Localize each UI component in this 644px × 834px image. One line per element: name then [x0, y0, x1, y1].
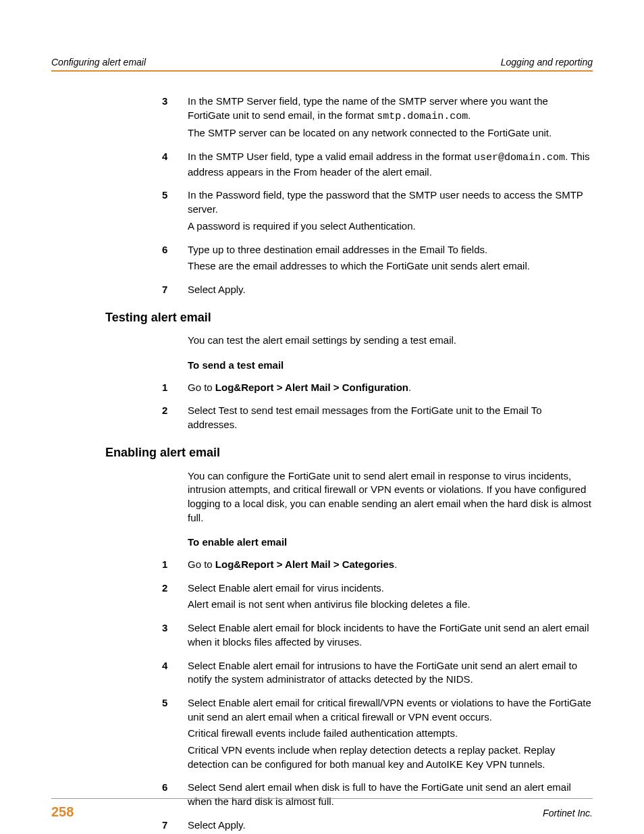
step-number: 4	[162, 659, 188, 687]
numbered-step: 2Select Enable alert email for virus inc…	[162, 581, 593, 612]
step-paragraph: Go to Log&Report > Alert Mail > Categori…	[188, 558, 593, 572]
step-paragraph: Type up to three destination email addre…	[188, 243, 593, 257]
step-paragraph: In the SMTP Server field, type the name …	[188, 95, 593, 124]
step-number: 2	[162, 581, 188, 612]
step-number: 3	[162, 621, 188, 649]
step-paragraph: Critical VPN events include when replay …	[188, 744, 593, 771]
code-text: smtp.domain.com	[377, 111, 468, 122]
procedure-heading-enable: To enable alert email	[188, 536, 593, 550]
step-paragraph: Select Enable alert email for virus inci…	[188, 581, 593, 596]
numbered-step: 4Select Enable alert email for intrusion…	[162, 659, 593, 687]
section-intro-enabling: You can configure the FortiGate unit to …	[188, 469, 593, 525]
footer-row: 258 Fortinet Inc.	[51, 804, 593, 820]
numbered-step: 5Select Enable alert email for critical …	[162, 696, 593, 771]
step-number: 7	[162, 283, 188, 297]
step-paragraph: The SMTP server can be located on any ne…	[188, 126, 593, 140]
step-paragraph: These are the email addresses to which t…	[188, 259, 593, 273]
numbered-step: 3Select Enable alert email for block inc…	[162, 621, 593, 649]
section-heading-testing: Testing alert email	[105, 309, 593, 326]
step-body: Select Test to send test email messages …	[188, 404, 593, 432]
step-number: 3	[162, 95, 188, 140]
step-paragraph: Select Enable alert email for block inci…	[188, 621, 593, 649]
page-footer: 258 Fortinet Inc.	[51, 798, 593, 820]
intro-text: You can test the alert email settings by…	[188, 334, 593, 348]
intro-text: You can configure the FortiGate unit to …	[188, 469, 593, 525]
step-list-testing: 1Go to Log&Report > Alert Mail > Configu…	[162, 381, 593, 432]
step-body: In the SMTP User field, type a valid ema…	[188, 150, 593, 179]
step-number: 7	[162, 818, 188, 833]
numbered-step: 7Select Apply.	[162, 283, 593, 297]
step-body: Select Apply.	[188, 818, 593, 833]
step-paragraph: Select Enable alert email for intrusions…	[188, 659, 593, 687]
step-body: Go to Log&Report > Alert Mail > Configur…	[188, 381, 593, 395]
numbered-step: 6Type up to three destination email addr…	[162, 243, 593, 273]
step-paragraph: In the SMTP User field, type a valid ema…	[188, 150, 593, 179]
footer-company: Fortinet Inc.	[543, 808, 593, 818]
numbered-step: 1Go to Log&Report > Alert Mail > Categor…	[162, 558, 593, 572]
code-text: user@domain.com	[474, 152, 565, 163]
step-paragraph: In the Password field, type the password…	[188, 188, 593, 216]
page: Configuring alert email Logging and repo…	[0, 0, 644, 832]
header-left: Configuring alert email	[51, 57, 146, 68]
step-body: Select Enable alert email for critical f…	[188, 696, 593, 771]
numbered-step: 2Select Test to send test email messages…	[162, 404, 593, 432]
bold-text: Log&Report > Alert Mail > Configuration	[215, 382, 408, 393]
step-number: 5	[162, 188, 188, 233]
step-body: In the Password field, type the password…	[188, 188, 593, 233]
step-body: Select Enable alert email for block inci…	[188, 621, 593, 649]
procedure-heading-test: To send a test email	[188, 359, 593, 373]
step-body: Select Enable alert email for intrusions…	[188, 659, 593, 687]
page-content: 3In the SMTP Server field, type the name…	[51, 95, 593, 832]
footer-rule	[51, 798, 593, 799]
numbered-step: 3In the SMTP Server field, type the name…	[162, 95, 593, 140]
step-number: 1	[162, 558, 188, 572]
numbered-step: 4In the SMTP User field, type a valid em…	[162, 150, 593, 179]
step-number: 6	[162, 243, 188, 273]
step-paragraph: Select Apply.	[188, 283, 593, 297]
step-paragraph: Go to Log&Report > Alert Mail > Configur…	[188, 381, 593, 395]
numbered-step: 1Go to Log&Report > Alert Mail > Configu…	[162, 381, 593, 395]
step-paragraph: Select Test to send test email messages …	[188, 404, 593, 432]
step-list-top: 3In the SMTP Server field, type the name…	[162, 95, 593, 297]
step-number: 5	[162, 696, 188, 771]
running-header: Configuring alert email Logging and repo…	[51, 57, 593, 72]
step-body: Go to Log&Report > Alert Mail > Categori…	[188, 558, 593, 572]
bold-text: Log&Report > Alert Mail > Categories	[215, 558, 394, 570]
step-body: Select Enable alert email for virus inci…	[188, 581, 593, 612]
step-list-enabling: 1Go to Log&Report > Alert Mail > Categor…	[162, 558, 593, 832]
step-body: Type up to three destination email addre…	[188, 243, 593, 273]
step-number: 4	[162, 150, 188, 179]
step-number: 1	[162, 381, 188, 395]
step-body: In the SMTP Server field, type the name …	[188, 95, 593, 140]
step-paragraph: Select Apply.	[188, 818, 593, 833]
numbered-step: 7Select Apply.	[162, 818, 593, 833]
step-paragraph: Select Enable alert email for critical f…	[188, 696, 593, 724]
step-number: 2	[162, 404, 188, 432]
step-body: Select Apply.	[188, 283, 593, 297]
section-heading-enabling: Enabling alert email	[105, 444, 593, 461]
header-right: Logging and reporting	[501, 57, 593, 68]
step-paragraph: A password is required if you select Aut…	[188, 219, 593, 234]
step-paragraph: Critical firewall events include failed …	[188, 727, 593, 741]
page-number: 258	[51, 804, 74, 820]
step-paragraph: Alert email is not sent when antivirus f…	[188, 598, 593, 612]
numbered-step: 5In the Password field, type the passwor…	[162, 188, 593, 233]
section-intro-testing: You can test the alert email settings by…	[188, 334, 593, 348]
